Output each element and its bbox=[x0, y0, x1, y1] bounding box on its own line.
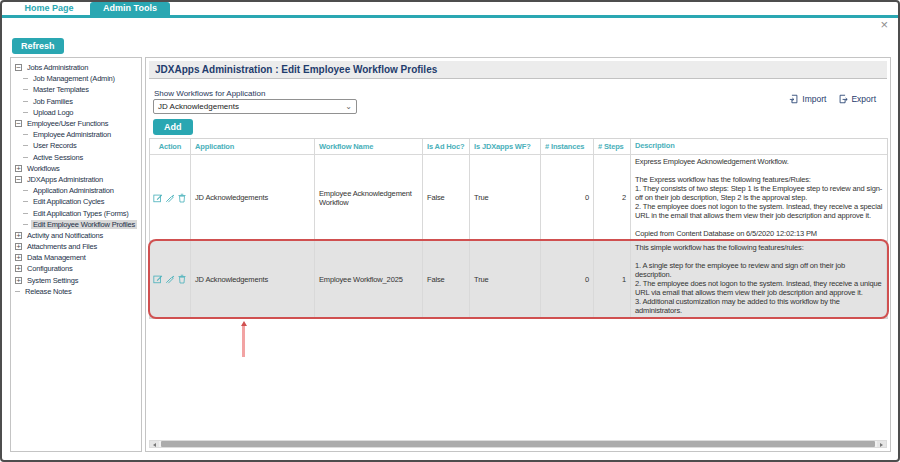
column-header-action: Action bbox=[150, 139, 191, 154]
steps-cell: 2 bbox=[594, 155, 631, 240]
sidebar-item-configurations[interactable]: +Configurations bbox=[15, 263, 139, 274]
expand-icon[interactable]: + bbox=[15, 277, 22, 284]
add-button[interactable]: Add bbox=[153, 119, 193, 135]
sidebar-item-employee-administration[interactable]: Employee Administration bbox=[15, 129, 139, 140]
column-header-description: Description bbox=[631, 139, 887, 154]
steps-cell: 1 bbox=[594, 241, 631, 317]
column-header-instances: # Instances bbox=[541, 139, 594, 154]
sidebar-item-upload-logo[interactable]: Upload Logo bbox=[15, 107, 139, 118]
sidebar-item-label: Master Templates bbox=[31, 85, 91, 94]
tab-admin-tools[interactable]: Admin Tools bbox=[90, 2, 170, 15]
horizontal-scrollbar[interactable] bbox=[149, 440, 887, 448]
import-icon bbox=[789, 94, 799, 104]
page-title: JDXApps Administration : Edit Employee W… bbox=[149, 61, 887, 79]
tree-connector bbox=[23, 112, 28, 113]
tree-connector bbox=[23, 78, 28, 79]
sidebar-item-label: Application Administration bbox=[31, 186, 116, 195]
sidebar-item-job-management-admin[interactable]: Job Management (Admin) bbox=[15, 73, 139, 84]
import-button[interactable]: Import bbox=[789, 94, 826, 104]
sidebar-item-label: Job Families bbox=[31, 97, 75, 106]
close-icon[interactable]: × bbox=[880, 19, 888, 31]
sidebar-item-job-families[interactable]: Job Families bbox=[15, 96, 139, 107]
collapse-icon[interactable]: − bbox=[15, 120, 22, 127]
action-cell bbox=[150, 241, 191, 317]
sidebar-item-label: Data Management bbox=[25, 253, 88, 262]
is-jdxapps-wf-cell: True bbox=[470, 241, 541, 317]
main-panel: JDXApps Administration : Edit Employee W… bbox=[145, 57, 891, 452]
chevron-down-icon: ⌄ bbox=[345, 104, 352, 110]
collapse-icon[interactable]: − bbox=[15, 176, 22, 183]
sidebar-item-edit-application-cycles[interactable]: Edit Application Cycles bbox=[15, 196, 139, 207]
edit-workflow-icon[interactable] bbox=[165, 193, 175, 203]
sidebar-item-release-notes[interactable]: Release Notes bbox=[15, 286, 139, 297]
expand-icon[interactable]: + bbox=[15, 165, 22, 172]
sidebar-item-active-sessions[interactable]: Active Sessions bbox=[15, 152, 139, 163]
sidebar-item-label: Employee Administration bbox=[31, 130, 113, 139]
expand-icon[interactable]: + bbox=[15, 243, 22, 250]
application-select[interactable]: JD Acknowledgements ⌄ bbox=[153, 99, 357, 114]
sidebar-item-workflows[interactable]: +Workflows bbox=[15, 163, 139, 174]
sidebar-item-edit-employee-workflow-profiles[interactable]: Edit Employee Workflow Profiles bbox=[15, 219, 139, 230]
expand-icon[interactable]: + bbox=[15, 232, 22, 239]
edit-workflow-icon[interactable] bbox=[165, 274, 175, 284]
sidebar-item-label: User Records bbox=[31, 141, 78, 150]
export-button[interactable]: Export bbox=[838, 94, 876, 104]
tree-connector bbox=[23, 224, 28, 225]
sidebar-item-label: System Settings bbox=[25, 276, 80, 285]
scrollbar-thumb[interactable] bbox=[161, 441, 875, 447]
column-header-steps: # Steps bbox=[594, 139, 631, 154]
description-cell: Express Employee Acknowledgement Workflo… bbox=[631, 155, 887, 240]
delete-icon[interactable] bbox=[177, 274, 187, 284]
expand-icon[interactable]: + bbox=[15, 265, 22, 272]
tab-home-page[interactable]: Home Page bbox=[8, 2, 90, 15]
column-header-is-jdxapps-wf: Is JDXapps WF? bbox=[470, 139, 541, 154]
tree-connector bbox=[23, 157, 28, 158]
refresh-button[interactable]: Refresh bbox=[12, 38, 64, 54]
table-row[interactable]: JD AcknowledgementsEmployee Acknowledgem… bbox=[150, 155, 887, 241]
edit-icon[interactable] bbox=[153, 274, 163, 284]
sidebar-item-label: Workflows bbox=[25, 164, 62, 173]
expand-icon[interactable]: + bbox=[15, 254, 22, 261]
is-jdxapps-wf-cell: True bbox=[470, 155, 541, 240]
sidebar-item-label: JDXApps Administration bbox=[25, 175, 105, 184]
tree-connector bbox=[23, 201, 28, 202]
tree-connector bbox=[23, 101, 28, 102]
workflow-name-cell: Employee Acknowledgement Workflow bbox=[315, 155, 423, 240]
import-label: Import bbox=[802, 94, 826, 104]
column-header-application: Application bbox=[191, 139, 315, 154]
sidebar-item-edit-application-types-forms[interactable]: Edit Application Types (Forms) bbox=[15, 207, 139, 218]
sidebar-item-label: Job Management (Admin) bbox=[31, 74, 117, 83]
table-row[interactable]: JD AcknowledgementsEmployee Workflow_202… bbox=[150, 241, 887, 318]
scroll-right-icon[interactable] bbox=[877, 441, 886, 447]
sidebar-item-activity-and-notifications[interactable]: +Activity and Notifications bbox=[15, 230, 139, 241]
description-text: This simple workflow has the following f… bbox=[635, 243, 882, 315]
annotation-arrow-icon bbox=[240, 321, 247, 357]
sidebar-item-master-templates[interactable]: Master Templates bbox=[15, 84, 139, 95]
sidebar-item-employee-user-functions[interactable]: −Employee/User Functions bbox=[15, 118, 139, 129]
sidebar-item-user-records[interactable]: User Records bbox=[15, 140, 139, 151]
sidebar-item-attachments-and-files[interactable]: +Attachments and Files bbox=[15, 241, 139, 252]
description-text: Express Employee Acknowledgement Workflo… bbox=[635, 157, 883, 238]
sidebar-item-jobs-administration[interactable]: −Jobs Administration bbox=[15, 62, 139, 73]
edit-icon[interactable] bbox=[153, 193, 163, 203]
tree-connector bbox=[23, 89, 28, 90]
application-select-value: JD Acknowledgements bbox=[158, 102, 345, 111]
sidebar-item-application-administration[interactable]: Application Administration bbox=[15, 185, 139, 196]
description-cell: This simple workflow has the following f… bbox=[631, 241, 887, 317]
tree-connector bbox=[23, 213, 28, 214]
instances-cell: 0 bbox=[541, 155, 594, 240]
tree-connector bbox=[23, 145, 28, 146]
instances-cell: 0 bbox=[541, 241, 594, 317]
export-icon bbox=[838, 94, 848, 104]
scroll-left-icon[interactable] bbox=[150, 441, 159, 447]
sidebar-item-label: Edit Application Cycles bbox=[31, 197, 106, 206]
collapse-icon[interactable]: − bbox=[15, 64, 22, 71]
application-filter-label: Show Workflows for Application bbox=[154, 89, 265, 98]
sidebar-item-data-management[interactable]: +Data Management bbox=[15, 252, 139, 263]
table-header-row: ActionApplicationWorkflow NameIs Ad Hoc?… bbox=[150, 139, 887, 155]
sidebar-item-label: Jobs Administration bbox=[25, 63, 90, 72]
sidebar-item-system-settings[interactable]: +System Settings bbox=[15, 275, 139, 286]
sidebar-item-jdxapps-administration[interactable]: −JDXApps Administration bbox=[15, 174, 139, 185]
is-ad-hoc-cell: False bbox=[423, 241, 470, 317]
delete-icon[interactable] bbox=[177, 193, 187, 203]
